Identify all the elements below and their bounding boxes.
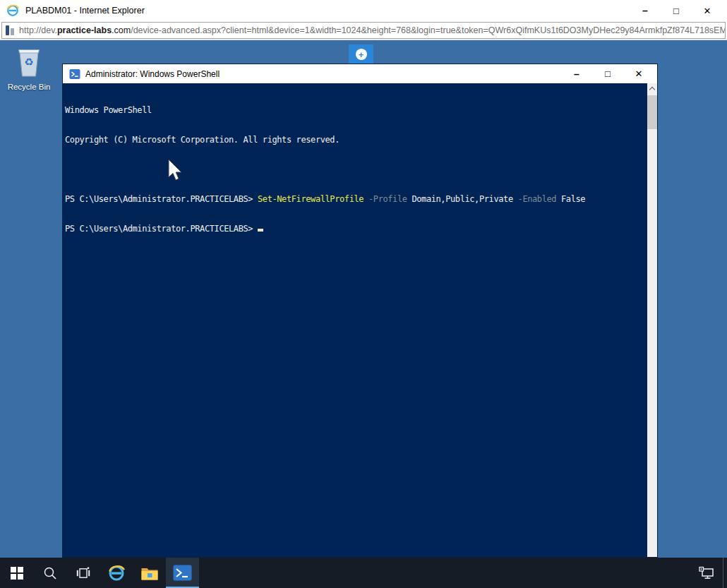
address-bar-row: http://dev.practice-labs.com/device-adva…: [0, 21, 727, 40]
powershell-icon: [69, 68, 80, 80]
taskbar: [0, 558, 727, 588]
search-icon: [43, 566, 57, 580]
powershell-window-controls: – □ ✕: [561, 66, 654, 83]
internet-explorer-taskbar-button[interactable]: [100, 558, 133, 588]
site-favicon: [6, 25, 15, 35]
recycle-bin-label: Recycle Bin: [6, 83, 52, 91]
ps-maximize-button[interactable]: □: [592, 66, 623, 83]
text-cursor: [258, 229, 263, 232]
console-prompt-line: PS C:\Users\Administrator.PRACTICELABS>: [65, 224, 647, 234]
file-explorer-icon: [140, 565, 159, 581]
scroll-up-button[interactable]: [647, 83, 657, 94]
ie-titlebar: PLABDM01 - Internet Explorer – □ ✕: [0, 0, 727, 21]
powershell-taskbar-button[interactable]: [166, 558, 199, 588]
chevron-up-icon: [649, 87, 655, 92]
console-line: Windows PowerShell: [65, 105, 647, 115]
windows-logo-icon: [11, 567, 23, 580]
console-scrollbar[interactable]: [647, 83, 657, 557]
url-domain: practice-labs: [57, 25, 112, 35]
internet-explorer-icon: [107, 564, 126, 582]
powershell-icon: [173, 565, 192, 581]
network-icon: [699, 566, 714, 580]
start-button[interactable]: [0, 558, 33, 588]
console-output[interactable]: Windows PowerShell Copyright (C) Microso…: [63, 83, 647, 557]
close-button[interactable]: ✕: [692, 1, 723, 20]
parameter-text: -Enabled: [513, 194, 556, 204]
network-tray-button[interactable]: [690, 558, 723, 588]
powershell-window-title: Administrator: Windows PowerShell: [85, 69, 220, 79]
powershell-window: Administrator: Windows PowerShell – □ ✕ …: [62, 64, 658, 558]
recycle-bin-icon: ♻: [15, 46, 43, 78]
show-desktop-button[interactable]: [723, 558, 727, 588]
maximize-button[interactable]: □: [661, 1, 692, 20]
task-view-icon: [76, 567, 90, 580]
powershell-titlebar[interactable]: Administrator: Windows PowerShell – □ ✕: [63, 64, 657, 83]
ie-window-controls: – □ ✕: [630, 1, 723, 20]
copyright-text: Copyright (C) Microsoft Corporation. All…: [65, 135, 340, 145]
console-blank-line: [65, 164, 647, 174]
console-command-line: PS C:\Users\Administrator.PRACTICELABS> …: [65, 194, 647, 204]
minimize-button[interactable]: –: [630, 1, 661, 20]
url-input[interactable]: http://dev.practice-labs.com/device-adva…: [1, 22, 726, 39]
url-tld: .com: [112, 25, 131, 35]
command-text: Set-NetFirewallProfile: [258, 194, 364, 204]
argument-text: Domain,Public,Private: [407, 194, 513, 204]
window-title: PLABDM01 - Internet Explorer: [25, 6, 145, 16]
remote-desktop: + ♻ Recycle Bin Administrator: Windows P…: [0, 40, 727, 558]
prompt-text: PS C:\Users\Administrator.PRACTICELABS>: [65, 194, 258, 204]
add-tab-button[interactable]: +: [349, 44, 373, 64]
parameter-text: -Profile: [364, 194, 407, 204]
ps-minimize-button[interactable]: –: [561, 66, 592, 83]
console-line: Copyright (C) Microsoft Corporation. All…: [65, 135, 647, 145]
argument-text: False: [556, 194, 585, 204]
taskbar-spacer: [199, 558, 690, 588]
url-scheme-host: http://dev.: [19, 25, 57, 35]
internet-explorer-icon: [6, 4, 20, 18]
mouse-cursor: [167, 159, 183, 182]
scrollbar-thumb[interactable]: [647, 95, 657, 129]
svg-text:♻: ♻: [24, 56, 33, 68]
ie-window: PLABDM01 - Internet Explorer – □ ✕ http:…: [0, 0, 727, 588]
url-path: /device-advanced.aspx?client=html&device…: [131, 25, 726, 35]
file-explorer-taskbar-button[interactable]: [133, 558, 166, 588]
ps-close-button[interactable]: ✕: [623, 66, 654, 83]
recycle-bin-shortcut[interactable]: ♻ Recycle Bin: [6, 46, 52, 91]
search-button[interactable]: [33, 558, 66, 588]
prompt-text: PS C:\Users\Administrator.PRACTICELABS>: [65, 224, 258, 234]
task-view-button[interactable]: [66, 558, 100, 588]
banner-text: Windows PowerShell: [65, 105, 152, 115]
plus-icon: +: [356, 49, 367, 60]
